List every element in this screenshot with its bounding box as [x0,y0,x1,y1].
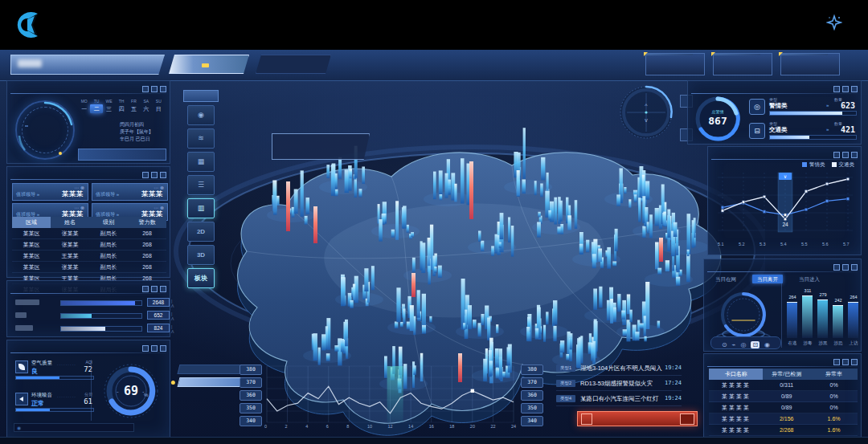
alert-row[interactable]: 类型2RD13-53烟感报警疑似火灾17:24 [556,378,682,391]
alert-row[interactable]: 类型4某路口有小汽车连闯三个红灯19:24 [556,393,682,406]
minimize-icon[interactable] [142,172,149,178]
window-icon[interactable] [151,286,158,292]
x-axis-label: 12 [388,424,393,429]
minimize-icon[interactable] [833,359,840,365]
y-axis-button[interactable]: 370 [240,377,262,388]
duty-col-header[interactable]: 区域 [12,217,51,228]
duty-cell: 张某某 [51,239,89,251]
minimize-icon[interactable] [833,152,840,158]
expand-icon[interactable] [160,86,166,92]
duty-col-header[interactable]: 级别 [89,217,128,228]
window-icon[interactable] [151,86,158,92]
x-axis-label: 0 [264,424,267,429]
contact-info [161,26,196,36]
layer-button-3d[interactable]: 3D [187,245,215,265]
website-link[interactable] [161,10,169,21]
flow-bar-row: 652|ᐱ [15,312,165,320]
focus-tab[interactable]: 当日进入 [794,275,825,283]
expand-icon[interactable] [851,264,858,271]
layer-button-grid-icon[interactable]: ▦ [187,152,215,172]
eye-icon[interactable]: ◉ [764,341,770,348]
expand-icon[interactable] [851,359,858,365]
y-axis-button[interactable]: 340 [240,416,262,426]
checkpoint-rate: 1.6% [810,413,858,425]
scroll-down-button[interactable] [685,389,694,401]
office-trend-chart [264,363,517,432]
window-icon[interactable] [842,152,849,158]
duty-col-header[interactable]: 姓名 [51,217,89,228]
x-axis-label: 16 [429,424,434,429]
chevron-icon: » [826,127,829,132]
layer-button-bar-chart-icon[interactable]: ▥ [187,198,215,218]
checkpoint-col-header[interactable]: 卡口名称 [709,369,763,380]
tab-data-category-2[interactable] [256,55,331,74]
inspiration-collect[interactable] [826,14,847,31]
alert-row[interactable]: 类型1湿地3-104片区有不明人员闯入19:24 [556,363,682,376]
duty-cell: 副局长 [89,228,128,239]
layer-button-blocks[interactable]: 板块 [187,268,215,288]
focus-tab[interactable]: 当日在网 [710,275,741,283]
minimize-icon[interactable] [142,86,149,92]
y-axis-button[interactable]: 360 [521,390,543,401]
duty-card-label: 值班领导 » [96,192,119,197]
checkpoint-col-header[interactable]: 异常/已检测 [763,369,810,380]
table-row: 某某某某0/890% [709,402,858,413]
x-axis-label: 5.6 [822,242,829,246]
focus-icon-toolbar: ⊙⌁◎⊡◉ [710,336,781,349]
y-axis-button[interactable]: 380 [240,365,262,375]
minimize-icon[interactable] [142,345,149,352]
layer-button-list-icon[interactable]: ☰ [187,175,215,195]
expand-icon[interactable] [851,152,858,158]
type-value: 交通类 [769,126,788,134]
dots-decoration: ········· [57,362,76,367]
date-capsule [645,53,705,75]
expand-icon[interactable] [160,345,166,352]
y-axis-button[interactable]: 350 [240,403,262,413]
window-icon[interactable] [842,359,849,365]
traffic-icon: ⊟ [749,123,765,139]
today-data-button[interactable] [178,365,243,374]
person-icon[interactable]: ⊙ [722,341,727,348]
checkpoint-ratio: 2/156 [763,413,810,425]
tick-decoration: |ᐱ [171,312,174,321]
target-icon[interactable]: ◎ [740,341,746,348]
checkpoint-col-header[interactable]: 异常率 [810,369,858,380]
tab-data-category-1[interactable] [169,55,249,74]
expand-icon[interactable] [160,172,166,178]
expand-icon[interactable] [851,86,858,92]
layer-button-2d[interactable]: 2D [187,222,215,242]
redacted-label [15,299,39,305]
scroll-up-button[interactable] [685,363,694,376]
alert-history-button[interactable] [577,411,698,426]
y-axis-button[interactable]: 380 [521,365,543,375]
y-axis-button[interactable]: 350 [521,403,543,413]
minimize-icon[interactable] [142,286,149,292]
layer-button-radar-icon[interactable]: ≋ [187,128,215,149]
history-data-button[interactable] [178,377,243,387]
window-icon[interactable] [151,345,158,352]
y-axis-button[interactable]: 340 [521,416,543,426]
minimize-icon[interactable] [833,86,840,92]
focus-tab[interactable]: 当日离开 [752,275,783,283]
checkpoint-ratio: 0/311 [763,380,810,391]
window-icon[interactable] [842,86,849,92]
dots-decoration: ········· [57,394,76,399]
window-icon[interactable] [842,264,849,271]
progress-fill [770,112,842,115]
lock-icon[interactable]: ⊡ [751,341,760,348]
panel-eco-monitor: 空气质量良·········AQI72环境噪音正常·········分贝61 6… [6,340,170,438]
tick-decoration: |ᐱ [171,299,174,308]
progress-track [769,135,857,140]
y-axis-button[interactable]: 370 [521,377,543,388]
tool-icon[interactable]: ⌁ [732,341,736,348]
alert-time: 17:24 [665,380,682,386]
weekday-en: TH [115,98,127,104]
duty-col-header[interactable]: 警力数 [128,217,166,228]
weekday-cn: 一 [78,104,90,113]
minimize-icon[interactable] [833,264,840,271]
metric-progress [15,408,94,412]
window-icon[interactable] [151,172,158,178]
layer-button-camera-icon[interactable]: ◉ [187,105,215,125]
expand-icon[interactable] [160,286,166,292]
y-axis-button[interactable]: 360 [240,390,262,401]
